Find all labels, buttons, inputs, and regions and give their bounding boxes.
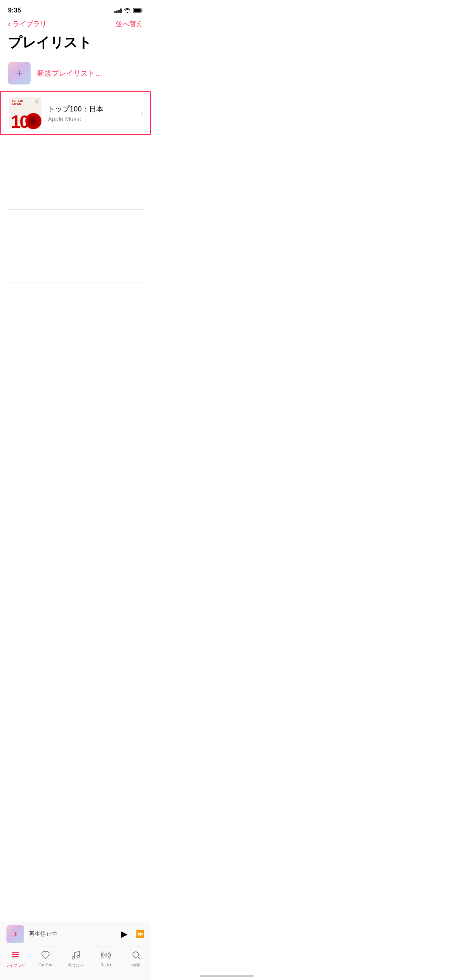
- apple-music-badge: [35, 99, 39, 103]
- status-time: 9:35: [8, 7, 21, 14]
- sort-button[interactable]: 並べ替え: [116, 19, 143, 29]
- wifi-icon: [124, 8, 130, 13]
- back-label: ライブラリ: [12, 19, 47, 29]
- nav-header: ‹ ライブラリ 並べ替え: [0, 18, 151, 32]
- svg-point-4: [36, 102, 37, 103]
- empty-section-2: [0, 210, 151, 282]
- plus-icon: +: [16, 68, 23, 79]
- empty-section-3: [0, 282, 151, 355]
- top100-thumbnail: TOP 100JAPAN 100: [9, 97, 41, 129]
- battery-icon: [133, 8, 143, 13]
- page-title: プレイリスト: [0, 32, 151, 57]
- svg-point-5: [38, 101, 39, 102]
- chevron-right-icon: ›: [141, 109, 143, 117]
- svg-point-3: [35, 100, 39, 103]
- signal-icon: [114, 8, 122, 13]
- new-playlist-row[interactable]: + 新規プレイリスト…: [0, 57, 151, 89]
- new-playlist-label: 新規プレイリスト…: [37, 68, 102, 78]
- top100-text: TOP 100JAPAN: [12, 99, 23, 106]
- new-playlist-thumbnail: +: [8, 62, 31, 84]
- status-icons: [114, 8, 143, 13]
- status-bar: 9:35: [0, 0, 151, 18]
- playlist-info: トップ100：日本 Apple Music: [48, 104, 134, 122]
- chevron-left-icon: ‹: [8, 19, 11, 29]
- svg-rect-1: [134, 9, 141, 12]
- back-button[interactable]: ‹ ライブラリ: [8, 19, 47, 29]
- playlist-title: トップ100：日本: [48, 104, 134, 114]
- playlist-row-top100[interactable]: TOP 100JAPAN 100 トップ100：日本 Apple Music ›: [0, 91, 151, 135]
- playlist-subtitle: Apple Music: [48, 115, 134, 122]
- top100-circles-decoration: [25, 112, 41, 129]
- svg-point-8: [31, 118, 36, 124]
- empty-section-1: [0, 137, 151, 209]
- svg-rect-2: [142, 10, 143, 12]
